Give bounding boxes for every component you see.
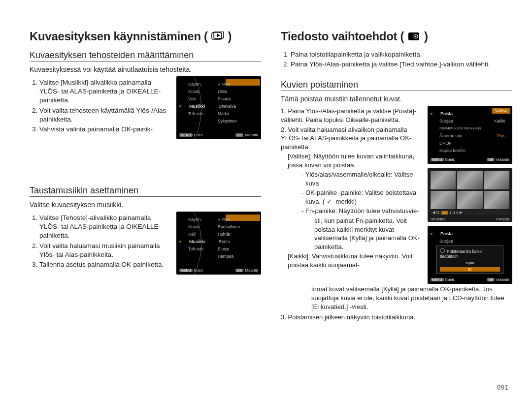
confirm-dialog: Poistetaanko kaikki tiedostot? Kyllä Ei — [436, 246, 503, 274]
delete-intro: Tämä poistaa muistiin tallennetut kuvat. — [281, 95, 512, 103]
del-bul3a: - Fn-painike: Näyttöön tulee vahvistusvi… — [281, 207, 420, 216]
del-step2: Voit valita haluamasi alivalikon painama… — [281, 126, 411, 151]
left-title: Kuvaesityksen käynnistäminen ( ) — [30, 30, 261, 43]
delete-heading: Kuvien poistaminen — [281, 80, 512, 91]
right-title-text: Tiedosto vaihtoehdot ( — [281, 30, 404, 43]
page-number: 091 — [497, 383, 508, 391]
svg-marker-2 — [217, 33, 220, 37]
delete-menu-screenshot: Valitse Poista SuojaaKaikki Kasvintuksen… — [428, 106, 512, 164]
sec2-intro: Valitse kuvaesityksen musiikki. — [30, 201, 261, 209]
dialog-yes: Kyllä — [440, 261, 500, 265]
slideshow-icon — [211, 31, 225, 41]
del-bul2: - OK-painike -painike: Valitse poistetta… — [281, 188, 420, 206]
left-column: Kuvaesityksen käynnistäminen ( ) Kuvaesi… — [30, 30, 261, 323]
confirm-delete-screenshot: Poista Suojaa Poistetaanko kaikki tiedos… — [428, 226, 512, 284]
thumbnail-select-screenshot: ◀ 1112135▶ OKValitseFnPoista — [428, 168, 512, 222]
right-column: Tiedosto vaihtoehdot ( ) Paina toistotil… — [281, 30, 512, 323]
svg-point-5 — [415, 36, 416, 37]
del-kaikki-cont: tomat kuvat valitsemalla [Kyllä] ja pain… — [281, 285, 512, 311]
list-item: Tallenna asetus painamalla OK-painiketta… — [39, 260, 168, 269]
file-options-icon — [407, 31, 421, 41]
right-title: Tiedosto vaihtoehdot ( ) — [281, 30, 512, 43]
sec2-heading: Taustamusiikin asettaminen — [30, 185, 261, 197]
del-step3: Poistamisen jälkeen näkyviin toistotilai… — [288, 313, 415, 321]
del-valitse: [Valitse]: Näyttöön tulee kuvan valintai… — [281, 152, 420, 169]
left-title-end: ) — [228, 30, 232, 43]
sec1-intro: Kuvaesityksessä voi käyttää ainutlaatuis… — [30, 65, 261, 73]
sec2-steps: Valitse [Tehoste]-alivalikko painamalla … — [30, 214, 168, 269]
right-title-end: ) — [424, 30, 428, 43]
left-title-text: Kuvaesityksen käynnistäminen ( — [30, 30, 208, 43]
list-item: Voit valita haluamasi musiikin painamall… — [39, 242, 168, 259]
del-bul1: - Ylös/alas/vasemmalle/oikealle: Valitse… — [281, 170, 420, 187]
del-step1: Paina Ylös-/Alas-painiketta ja valitse [… — [281, 107, 416, 123]
list-item: Voit valita tehosteen käyttämällä Ylös-/… — [39, 106, 168, 124]
list-item: Valitse [Musiikki]-alivalikko painamalla… — [39, 78, 168, 105]
dialog-no: Ei — [440, 267, 500, 272]
del-bul3b: sti, kun painat Fn-painiketta. Voit pois… — [281, 216, 420, 251]
effects-menu-screenshot: Käynn.✓Pois KuvatUsva VäliPisarat Musiik… — [176, 76, 261, 139]
list-item: Paina toistotilapainiketta ja valikkopai… — [291, 50, 512, 59]
list-item: Vahvista valinta painamalla OK-painik- — [39, 125, 168, 134]
list-item: Valitse [Tehoste]-alivalikko painamalla … — [39, 214, 168, 241]
sec1-heading: Kuvaesityksen tehosteiden määrittäminen — [30, 50, 261, 62]
sec1-steps: Valitse [Musiikki]-alivalikko painamalla… — [30, 78, 168, 134]
music-menu-screenshot: Käynn.✓Pois KuvatRauhallinen VäliHohde M… — [176, 212, 261, 275]
top-steps: Paina toistotilapainiketta ja valikkopai… — [281, 50, 512, 69]
list-item: Paina Ylös-/Alas-painiketta ja valitse [… — [291, 60, 512, 69]
del-kaikki: [Kaikki]: Vahvistusikkuna tulee näkyviin… — [281, 252, 420, 269]
